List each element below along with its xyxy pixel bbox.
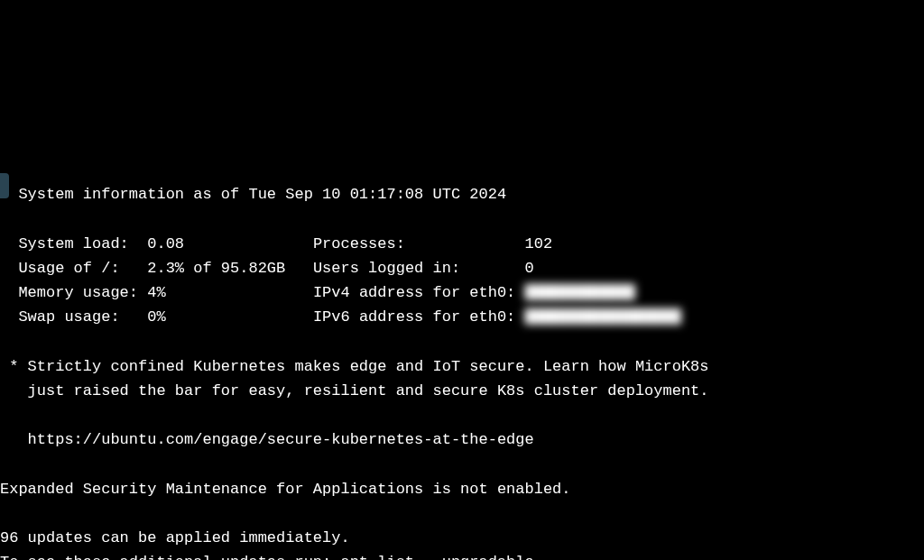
system-load-label: System load: [0, 235, 129, 252]
ipv4-value: ████████████ [525, 280, 635, 305]
promo-line-2: just raised the bar for easy, resilient … [0, 382, 709, 399]
ipv6-value: █████████████████ [525, 305, 681, 329]
ipv6-label: IPv6 address for eth0: [313, 308, 515, 326]
swap-value: 0% [147, 308, 165, 326]
promo-url: https://ubuntu.com/engage/secure-kuberne… [0, 431, 534, 448]
usage-value: 2.3% of 95.82GB [147, 260, 285, 277]
promo-line-1: * Strictly confined Kubernetes makes edg… [0, 358, 709, 375]
users-label: Users logged in: [313, 260, 460, 277]
processes-label: Processes: [313, 235, 405, 252]
memory-value: 4% [147, 284, 165, 301]
processes-value: 102 [525, 235, 553, 252]
memory-label: Memory usage: [0, 284, 138, 301]
system-load-value: 0.08 [147, 235, 184, 252]
swap-label: Swap usage: [0, 308, 120, 326]
users-value: 0 [525, 260, 534, 277]
sysinfo-header: System information as of Tue Sep 10 01:1… [0, 186, 506, 203]
side-tab [0, 173, 9, 198]
esm-not-enabled: Expanded Security Maintenance for Applic… [0, 481, 571, 498]
usage-label: Usage of /: [0, 260, 120, 277]
updates-count: 96 updates can be applied immediately. [0, 529, 350, 546]
ipv4-label: IPv4 address for eth0: [313, 284, 515, 301]
terminal-output[interactable]: System information as of Tue Sep 10 01:1… [0, 147, 924, 560]
updates-hint: To see these additional updates run: apt… [0, 554, 534, 560]
